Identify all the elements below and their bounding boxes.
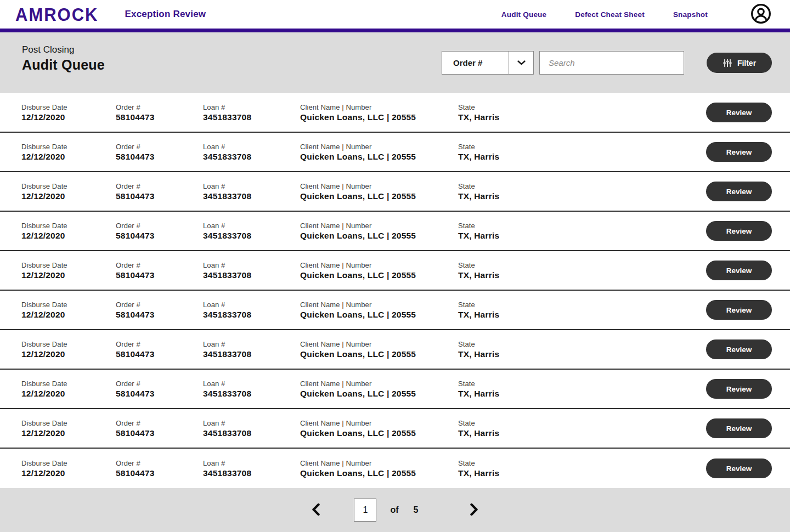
column-label-client-name-number: Client Name | Number: [300, 301, 458, 309]
disburse-date-cell: Disburse Date 12/12/2020: [21, 340, 116, 359]
state-cell: State TX, Harris: [458, 301, 706, 320]
column-label-order-number: Order #: [116, 261, 203, 269]
order-number-cell: Order # 58104473: [116, 222, 203, 241]
review-button[interactable]: Review: [706, 261, 772, 280]
column-label-loan-number: Loan #: [203, 222, 300, 230]
loan-number-value: 3451833708: [203, 112, 300, 122]
client-name-number-value: Quicken Loans, LLC | 20555: [300, 349, 458, 359]
order-number-value: 58104473: [116, 270, 203, 280]
audit-list: Disburse Date 12/12/2020 Order # 5810447…: [0, 93, 790, 488]
disburse-date-value: 12/12/2020: [21, 310, 116, 320]
client-name-number-cell: Client Name | Number Quicken Loans, LLC …: [300, 301, 458, 320]
disburse-date-cell: Disburse Date 12/12/2020: [21, 222, 116, 241]
column-label-loan-number: Loan #: [203, 419, 300, 427]
column-label-order-number: Order #: [116, 340, 203, 348]
order-number-cell: Order # 58104473: [116, 301, 203, 320]
loan-number-cell: Loan # 3451833708: [203, 419, 300, 438]
user-avatar-button[interactable]: [751, 4, 771, 25]
column-label-disburse-date: Disburse Date: [21, 301, 116, 309]
current-page-box[interactable]: 1: [354, 499, 376, 522]
chevron-right-icon: [470, 503, 479, 518]
column-label-loan-number: Loan #: [203, 301, 300, 309]
table-row: Disburse Date 12/12/2020 Order # 5810447…: [0, 172, 790, 212]
loan-number-value: 3451833708: [203, 468, 300, 478]
review-button[interactable]: Review: [706, 221, 772, 241]
client-name-number-value: Quicken Loans, LLC | 20555: [300, 389, 458, 399]
review-button[interactable]: Review: [706, 182, 772, 201]
review-button[interactable]: Review: [706, 379, 772, 399]
filter-button[interactable]: Filter: [707, 53, 772, 73]
review-button[interactable]: Review: [706, 339, 772, 359]
column-label-state: State: [458, 103, 706, 111]
client-name-number-value: Quicken Loans, LLC | 20555: [300, 112, 458, 122]
order-number-cell: Order # 58104473: [116, 143, 203, 162]
column-label-disburse-date: Disburse Date: [21, 103, 116, 111]
state-cell: State TX, Harris: [458, 103, 706, 122]
column-label-disburse-date: Disburse Date: [21, 459, 116, 467]
column-label-state: State: [458, 459, 706, 467]
column-label-loan-number: Loan #: [203, 261, 300, 269]
state-cell: State TX, Harris: [458, 419, 706, 438]
column-label-client-name-number: Client Name | Number: [300, 261, 458, 269]
loan-number-value: 3451833708: [203, 310, 300, 320]
nav-item-defect-cheat-sheet[interactable]: Defect Cheat Sheet: [575, 10, 645, 19]
disburse-date-cell: Disburse Date 12/12/2020: [21, 419, 116, 438]
order-number-cell: Order # 58104473: [116, 459, 203, 478]
disburse-date-cell: Disburse Date 12/12/2020: [21, 301, 116, 320]
state-cell: State TX, Harris: [458, 459, 706, 478]
order-number-cell: Order # 58104473: [116, 419, 203, 438]
client-name-number-cell: Client Name | Number Quicken Loans, LLC …: [300, 340, 458, 359]
nav-item-snapshot[interactable]: Snapshot: [673, 10, 708, 19]
search-controls: Order # Filter: [442, 51, 772, 75]
state-cell: State TX, Harris: [458, 380, 706, 399]
column-label-order-number: Order #: [116, 459, 203, 467]
page-eyebrow: Post Closing: [22, 44, 105, 55]
search-category-dropdown[interactable]: Order #: [442, 51, 534, 75]
table-row: Disburse Date 12/12/2020 Order # 5810447…: [0, 93, 790, 133]
disburse-date-value: 12/12/2020: [21, 231, 116, 241]
review-button[interactable]: Review: [706, 103, 772, 122]
next-page-button[interactable]: [464, 499, 486, 521]
column-label-disburse-date: Disburse Date: [21, 340, 116, 348]
client-name-number-cell: Client Name | Number Quicken Loans, LLC …: [300, 459, 458, 478]
review-button[interactable]: Review: [706, 300, 772, 320]
state-value: TX, Harris: [458, 270, 706, 280]
loan-number-cell: Loan # 3451833708: [203, 301, 300, 320]
column-label-client-name-number: Client Name | Number: [300, 459, 458, 467]
user-avatar-icon: [751, 3, 771, 26]
review-button[interactable]: Review: [706, 418, 772, 438]
loan-number-cell: Loan # 3451833708: [203, 380, 300, 399]
column-label-disburse-date: Disburse Date: [21, 261, 116, 269]
column-label-client-name-number: Client Name | Number: [300, 222, 458, 230]
state-value: TX, Harris: [458, 428, 706, 438]
loan-number-value: 3451833708: [203, 428, 300, 438]
column-label-client-name-number: Client Name | Number: [300, 103, 458, 111]
column-label-disburse-date: Disburse Date: [21, 380, 116, 388]
subheader: Post Closing Audit Queue Order # Filter: [0, 32, 790, 93]
order-number-value: 58104473: [116, 152, 203, 162]
state-value: TX, Harris: [458, 152, 706, 162]
column-label-disburse-date: Disburse Date: [21, 143, 116, 151]
column-label-client-name-number: Client Name | Number: [300, 340, 458, 348]
column-label-client-name-number: Client Name | Number: [300, 380, 458, 388]
accent-bar: [0, 29, 790, 32]
column-label-state: State: [458, 340, 706, 348]
search-input[interactable]: [539, 51, 684, 75]
client-name-number-cell: Client Name | Number Quicken Loans, LLC …: [300, 103, 458, 122]
nav-item-audit-queue[interactable]: Audit Queue: [501, 10, 546, 19]
review-button[interactable]: Review: [706, 459, 772, 478]
loan-number-cell: Loan # 3451833708: [203, 459, 300, 478]
state-cell: State TX, Harris: [458, 340, 706, 359]
order-number-value: 58104473: [116, 231, 203, 241]
disburse-date-value: 12/12/2020: [21, 152, 116, 162]
top-header: AMROCK Exception Review Audit Queue Defe…: [0, 0, 790, 29]
state-cell: State TX, Harris: [458, 143, 706, 162]
prev-page-button[interactable]: [304, 499, 326, 521]
state-value: TX, Harris: [458, 468, 706, 478]
column-label-state: State: [458, 261, 706, 269]
column-label-disburse-date: Disburse Date: [21, 222, 116, 230]
client-name-number-cell: Client Name | Number Quicken Loans, LLC …: [300, 419, 458, 438]
table-row: Disburse Date 12/12/2020 Order # 5810447…: [0, 409, 790, 449]
client-name-number-value: Quicken Loans, LLC | 20555: [300, 191, 458, 201]
review-button[interactable]: Review: [706, 142, 772, 162]
